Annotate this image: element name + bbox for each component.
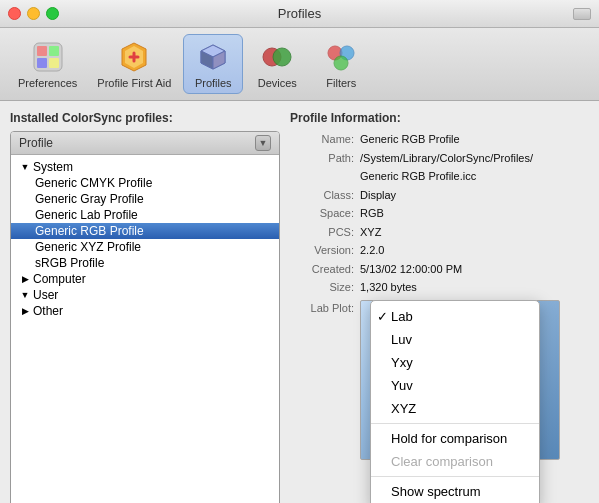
tree-item-rgb[interactable]: Generic RGB Profile xyxy=(11,223,279,239)
info-row-size: Size: 1,320 bytes xyxy=(290,279,589,296)
info-value-pcs: XYZ xyxy=(360,224,381,241)
tree-item-label: Generic RGB Profile xyxy=(35,224,144,238)
tree-item-system[interactable]: ▼ System xyxy=(11,159,279,175)
profile-list-container[interactable]: Profile ▼ ▼ System Generic CMYK Profile … xyxy=(10,131,280,503)
info-value-path2: Generic RGB Profile.icc xyxy=(360,168,476,185)
tree-item-gray[interactable]: Generic Gray Profile xyxy=(11,191,279,207)
tree-item-cmyk[interactable]: Generic CMYK Profile xyxy=(11,175,279,191)
tree-item-label: Other xyxy=(33,304,63,318)
menu-item-hold[interactable]: Hold for comparison xyxy=(371,427,539,450)
info-row-space: Space: RGB xyxy=(290,205,589,222)
devices-icon xyxy=(259,39,295,75)
menu-item-spectrum[interactable]: Show spectrum xyxy=(371,480,539,503)
menu-separator-2 xyxy=(371,476,539,477)
list-header: Profile ▼ xyxy=(11,132,279,155)
info-label-path2 xyxy=(290,168,360,185)
tree-item-user[interactable]: ▼ User xyxy=(11,287,279,303)
info-row-class: Class: Display xyxy=(290,187,589,204)
toolbar-item-profiles[interactable]: Profiles xyxy=(183,34,243,94)
devices-label: Devices xyxy=(258,77,297,89)
menu-item-label: XYZ xyxy=(391,401,416,416)
menu-item-clear: Clear comparison xyxy=(371,450,539,473)
info-label-size: Size: xyxy=(290,279,360,296)
info-row-pcs: PCS: XYZ xyxy=(290,224,589,241)
toolbar-item-firstaid[interactable]: Profile First Aid xyxy=(89,35,179,93)
toggle-computer[interactable]: ▶ xyxy=(19,273,31,285)
menu-item-label: Lab xyxy=(391,309,413,324)
tree-item-lab[interactable]: Generic Lab Profile xyxy=(11,207,279,223)
info-row-path2: Generic RGB Profile.icc xyxy=(290,168,589,185)
svg-rect-3 xyxy=(49,46,59,56)
info-label-pcs: PCS: xyxy=(290,224,360,241)
preferences-label: Preferences xyxy=(18,77,77,89)
tree-list[interactable]: ▼ System Generic CMYK Profile Generic Gr… xyxy=(11,155,279,503)
tree-item-computer[interactable]: ▶ Computer xyxy=(11,271,279,287)
context-menu: Lab Luv Yxy Yuv XYZ xyxy=(370,300,540,504)
info-label-name: Name: xyxy=(290,131,360,148)
toggle-other[interactable]: ▶ xyxy=(19,305,31,317)
toolbar: Preferences Profile First Aid Profiles xyxy=(0,28,599,101)
preferences-icon xyxy=(30,39,66,75)
right-panel: Profile Information: Name: Generic RGB P… xyxy=(290,111,589,503)
menu-item-label: Hold for comparison xyxy=(391,431,507,446)
firstaid-icon xyxy=(116,39,152,75)
profiles-label: Profiles xyxy=(195,77,232,89)
info-label-space: Space: xyxy=(290,205,360,222)
menu-item-label: Yuv xyxy=(391,378,413,393)
info-label-path: Path: xyxy=(290,150,360,167)
tree-item-label: Computer xyxy=(33,272,86,286)
info-content: Name: Generic RGB Profile Path: /System/… xyxy=(290,131,589,503)
lab-plot-label: Lab Plot: xyxy=(290,300,360,314)
list-header-arrow[interactable]: ▼ xyxy=(255,135,271,151)
svg-rect-1 xyxy=(37,46,47,56)
toolbar-item-preferences[interactable]: Preferences xyxy=(10,35,85,93)
svg-rect-4 xyxy=(49,58,59,68)
svg-point-12 xyxy=(273,48,291,66)
toolbar-item-filters[interactable]: Filters xyxy=(311,35,371,93)
info-label-class: Class: xyxy=(290,187,360,204)
tree-item-label: System xyxy=(33,160,73,174)
toggle-user[interactable]: ▼ xyxy=(19,289,31,301)
menu-item-luv[interactable]: Luv xyxy=(371,328,539,351)
list-header-label: Profile xyxy=(19,136,53,150)
info-value-created: 5/13/02 12:00:00 PM xyxy=(360,261,462,278)
tree-item-srgb[interactable]: sRGB Profile xyxy=(11,255,279,271)
toolbar-item-devices[interactable]: Devices xyxy=(247,35,307,93)
window-title: Profiles xyxy=(278,6,321,21)
menu-item-xyz[interactable]: XYZ xyxy=(371,397,539,420)
left-panel-title: Installed ColorSync profiles: xyxy=(10,111,280,125)
tree-item-xyz[interactable]: Generic XYZ Profile xyxy=(11,239,279,255)
profiles-icon xyxy=(195,39,231,75)
filters-label: Filters xyxy=(326,77,356,89)
tree-item-label: sRGB Profile xyxy=(35,256,104,270)
toggle-system[interactable]: ▼ xyxy=(19,161,31,173)
menu-item-label: Clear comparison xyxy=(391,454,493,469)
minimize-button[interactable] xyxy=(27,7,40,20)
tree-item-label: Generic Lab Profile xyxy=(35,208,138,222)
title-bar-right xyxy=(573,8,591,20)
tree-item-label: User xyxy=(33,288,58,302)
menu-item-label: Yxy xyxy=(391,355,413,370)
svg-point-15 xyxy=(334,56,348,70)
close-button[interactable] xyxy=(8,7,21,20)
info-value-space: RGB xyxy=(360,205,384,222)
info-value-name: Generic RGB Profile xyxy=(360,131,460,148)
info-label-version: Version: xyxy=(290,242,360,259)
tree-item-label: Generic XYZ Profile xyxy=(35,240,141,254)
tree-item-label: Generic CMYK Profile xyxy=(35,176,152,190)
tree-item-other[interactable]: ▶ Other xyxy=(11,303,279,319)
menu-item-yxy[interactable]: Yxy xyxy=(371,351,539,374)
left-panel: Installed ColorSync profiles: Profile ▼ … xyxy=(10,111,280,503)
menu-item-yuv[interactable]: Yuv xyxy=(371,374,539,397)
info-row-created: Created: 5/13/02 12:00:00 PM xyxy=(290,261,589,278)
menu-item-label: Show spectrum xyxy=(391,484,481,499)
lab-plot-row: Lab Plot: xyxy=(290,300,589,460)
title-bar: Profiles xyxy=(0,0,599,28)
firstaid-label: Profile First Aid xyxy=(97,77,171,89)
info-row-path: Path: /System/Library/ColorSync/Profiles… xyxy=(290,150,589,167)
info-value-path: /System/Library/ColorSync/Profiles/ xyxy=(360,150,533,167)
lab-plot-area: Lab Luv Yxy Yuv XYZ xyxy=(360,300,589,460)
maximize-button[interactable] xyxy=(46,7,59,20)
info-row-version: Version: 2.2.0 xyxy=(290,242,589,259)
menu-item-lab[interactable]: Lab xyxy=(371,305,539,328)
